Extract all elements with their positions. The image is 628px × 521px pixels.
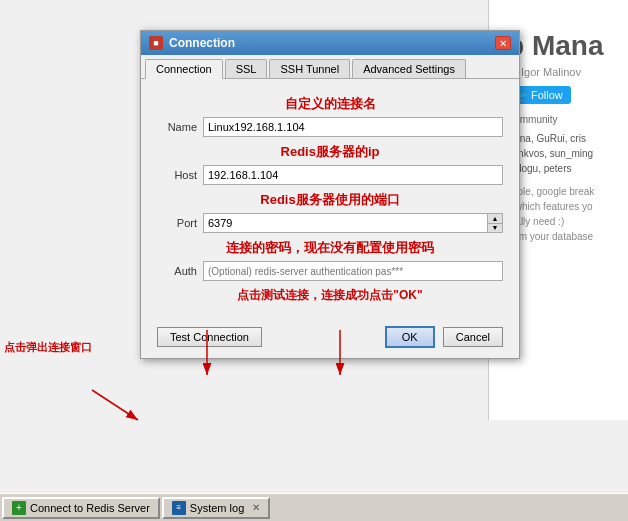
host-label: Host — [157, 169, 197, 181]
tab-ssl[interactable]: SSL — [225, 59, 268, 78]
port-spinner: ▲ ▼ — [203, 213, 503, 233]
name-row: Name — [157, 117, 503, 137]
auth-row: Auth — [157, 261, 503, 281]
section-title-ip: Redis服务器的ip — [157, 143, 503, 161]
annotation-text: 点击弹出连接窗口 — [4, 341, 92, 353]
close-tab-icon[interactable]: ✕ — [252, 502, 260, 513]
community-label: Community — [507, 112, 620, 127]
tab-ssh-tunnel[interactable]: SSH Tunnel — [269, 59, 350, 78]
app-icon: ■ — [149, 36, 163, 50]
tab-bar: Connection SSL SSH Tunnel Advanced Setti… — [141, 55, 519, 79]
cancel-button[interactable]: Cancel — [443, 327, 503, 347]
connection-dialog: ■ Connection ✕ Connection SSL SSH Tunnel… — [140, 30, 520, 359]
name-input[interactable] — [203, 117, 503, 137]
port-label: Port — [157, 217, 197, 229]
dialog-footer: Test Connection OK Cancel — [141, 320, 519, 358]
connect-btn-label: Connect to Redis Server — [30, 502, 150, 514]
ok-button[interactable]: OK — [385, 326, 435, 348]
connect-to-redis-button[interactable]: + Connect to Redis Server — [2, 497, 160, 519]
auth-input[interactable] — [203, 261, 503, 281]
community-note: nsole, google break k which features yo … — [507, 184, 620, 244]
spin-buttons: ▲ ▼ — [487, 213, 503, 233]
system-log-icon: ≡ — [172, 501, 186, 515]
test-connection-button[interactable]: Test Connection — [157, 327, 262, 347]
spin-down[interactable]: ▼ — [488, 224, 502, 233]
system-log-button[interactable]: ≡ System log ✕ — [162, 497, 270, 519]
section-title-name: 自定义的连接名 — [157, 95, 503, 113]
section-title-auth: 连接的密码，现在没有配置使用密码 — [157, 239, 503, 257]
bottom-note: 点击测试连接，连接成功点击"OK" — [157, 287, 503, 304]
syslog-btn-label: System log — [190, 502, 244, 514]
follow-label: Follow — [531, 89, 563, 101]
port-row: Port ▲ ▼ — [157, 213, 503, 233]
titlebar-left: ■ Connection — [149, 36, 235, 50]
tab-connection[interactable]: Connection — [145, 59, 223, 79]
left-annotation: 点击弹出连接窗口 — [4, 340, 92, 355]
dialog-titlebar: ■ Connection ✕ — [141, 31, 519, 55]
redis-connect-icon: + — [12, 501, 26, 515]
host-row: Host — [157, 165, 503, 185]
host-input[interactable] — [203, 165, 503, 185]
name-label: Name — [157, 121, 197, 133]
section-title-port: Redis服务器使用的端口 — [157, 191, 503, 209]
taskbar: + Connect to Redis Server ≡ System log ✕ — [0, 493, 628, 521]
port-input[interactable] — [203, 213, 487, 233]
tab-advanced-settings[interactable]: Advanced Settings — [352, 59, 466, 78]
dialog-title: Connection — [169, 36, 235, 50]
dialog-body: 自定义的连接名 Name Redis服务器的ip Host Redis服务器使用… — [141, 79, 519, 320]
community-members: china, GuRui, cris henkvos, sun_ming rod… — [507, 131, 620, 176]
close-button[interactable]: ✕ — [495, 36, 511, 50]
auth-label: Auth — [157, 265, 197, 277]
spin-up[interactable]: ▲ — [488, 214, 502, 224]
